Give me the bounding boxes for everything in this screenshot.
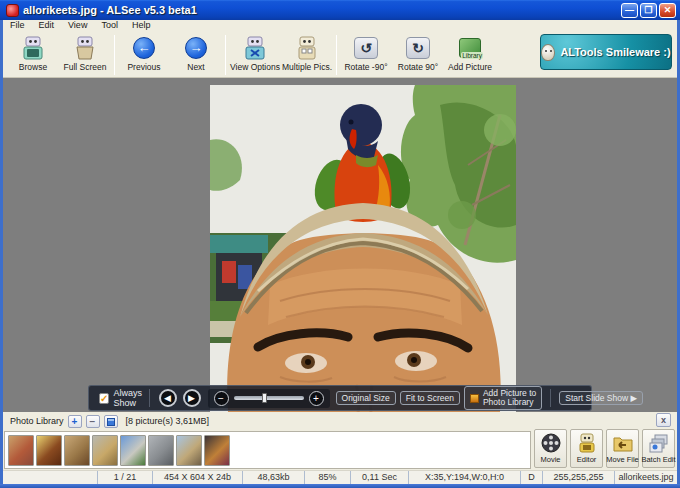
- thumbnail[interactable]: [92, 435, 118, 466]
- thumbnail[interactable]: [120, 435, 146, 466]
- close-button[interactable]: ✕: [659, 3, 676, 18]
- multiple-pics-robot-icon: [294, 35, 320, 61]
- library-box-icon: Library: [459, 38, 481, 58]
- minimize-button[interactable]: —: [621, 3, 638, 18]
- next-image-button[interactable]: ▶: [183, 389, 201, 407]
- next-button[interactable]: → Next: [170, 33, 222, 76]
- viewer-area: ✓ Always Show ◀ ▶ − + Original Size Fit …: [3, 78, 677, 412]
- movie-button[interactable]: Movie: [534, 429, 567, 468]
- zoom-out-button[interactable]: −: [214, 391, 229, 406]
- status-coordinates: X:35,Y:194,W:0,H:0: [409, 471, 521, 485]
- multiple-pics-label: Multiple Pics.: [282, 62, 332, 72]
- library-count: [8 picture(s) 3,61MB]: [126, 416, 210, 426]
- multiple-pics-button[interactable]: Multiple Pics.: [281, 33, 333, 76]
- view-options-button[interactable]: View Options: [229, 33, 281, 76]
- folder-move-icon: [612, 432, 634, 454]
- view-options-label: View Options: [230, 62, 280, 72]
- fit-to-screen-button[interactable]: Fit to Screen: [400, 391, 460, 406]
- thumbnail[interactable]: [148, 435, 174, 466]
- zoom-in-button[interactable]: +: [309, 391, 324, 406]
- menu-help[interactable]: Help: [125, 20, 158, 31]
- zoom-slider[interactable]: [234, 396, 304, 400]
- thumbnail[interactable]: [176, 435, 202, 466]
- next-label: Next: [187, 62, 204, 72]
- menu-tool[interactable]: Tool: [94, 20, 125, 31]
- start-slideshow-button[interactable]: Start Slide Show ▶: [559, 391, 643, 406]
- full-screen-robot-icon: [72, 35, 98, 61]
- original-size-button[interactable]: Original Size: [336, 391, 396, 406]
- add-picture-icon: [470, 394, 479, 403]
- toolbar-separator: [114, 35, 115, 75]
- editor-label: Editor: [577, 455, 597, 464]
- full-screen-button[interactable]: Full Screen: [59, 33, 111, 76]
- status-load-time: 0,11 Sec: [351, 471, 409, 485]
- batch-edit-button[interactable]: Batch Edit: [642, 429, 675, 468]
- title-bar: allorikeets.jpg - ALSee v5.3 beta1 — ❐ ✕: [0, 0, 680, 20]
- add-picture-to-library-button[interactable]: Add Picture to Photo Library: [464, 386, 542, 410]
- rotate-cw-button[interactable]: ↻ Rotate 90°: [392, 33, 444, 76]
- menu-file[interactable]: File: [3, 20, 32, 31]
- thumbnail-strip: [4, 431, 531, 469]
- altools-mascot-icon: [541, 44, 555, 61]
- alsee-window: allorikeets.jpg - ALSee v5.3 beta1 — ❐ ✕…: [0, 0, 680, 488]
- toolbar: Browse Full Screen ← Previous → Next Vie…: [3, 31, 677, 78]
- altools-label: ALTools Smileware :): [560, 46, 670, 58]
- divider: [149, 389, 150, 407]
- menu-edit[interactable]: Edit: [32, 20, 62, 31]
- rotate-cw-label: Rotate 90°: [398, 62, 438, 72]
- library-add-button[interactable]: +: [68, 415, 82, 428]
- app-icon: [6, 4, 19, 17]
- status-filename: allorikeets.jpg: [615, 471, 677, 485]
- status-rgb: 255,255,255: [543, 471, 615, 485]
- library-remove-button[interactable]: −: [86, 415, 100, 428]
- menu-bar: File Edit View Tool Help: [3, 20, 677, 31]
- toolbar-separator: [336, 35, 337, 75]
- add-picture-button[interactable]: Library Add Picture: [444, 33, 496, 76]
- movie-label: Movie: [540, 455, 560, 464]
- photo-library-header: Photo Library + − [8 picture(s) 3,61MB] …: [3, 412, 677, 430]
- checkbox-checked-icon[interactable]: ✓: [99, 393, 109, 404]
- status-bar: 1 / 21 454 X 604 X 24b 48,63kb 85% 0,11 …: [3, 470, 677, 484]
- editor-button[interactable]: Editor: [570, 429, 603, 468]
- photo-library-panel: Photo Library + − [8 picture(s) 3,61MB] …: [3, 412, 677, 470]
- batch-edit-label: Batch Edit: [641, 455, 675, 464]
- thumbnail[interactable]: [64, 435, 90, 466]
- zoom-panel: − +: [208, 389, 330, 408]
- rotate-cw-icon: ↻: [406, 37, 430, 59]
- thumbnail[interactable]: [8, 435, 34, 466]
- browse-label: Browse: [19, 62, 47, 72]
- editor-robot-icon: [576, 432, 598, 454]
- photo-lorikeet-on-mans-head: [210, 85, 516, 412]
- maximize-button[interactable]: ❐: [640, 3, 657, 18]
- library-actions: Movie Editor Move File Batch Edit: [534, 429, 675, 468]
- always-show-toggle[interactable]: ✓ Always Show: [99, 388, 143, 408]
- status-dimensions: 454 X 604 X 24b: [153, 471, 243, 485]
- altools-smileware-button[interactable]: ALTools Smileware :): [540, 34, 672, 70]
- movie-reel-icon: [540, 432, 562, 454]
- status-zoom: 85%: [305, 471, 351, 485]
- always-show-label: Always Show: [113, 388, 142, 408]
- library-view-button[interactable]: [104, 415, 118, 428]
- window-bottom-border: [0, 484, 680, 488]
- thumbnail[interactable]: [36, 435, 62, 466]
- previous-button[interactable]: ← Previous: [118, 33, 170, 76]
- status-mode: D: [521, 471, 543, 485]
- rotate-ccw-icon: ↺: [354, 37, 378, 59]
- browse-button[interactable]: Browse: [7, 33, 59, 76]
- menu-view[interactable]: View: [61, 20, 94, 31]
- next-arrow-icon: →: [185, 37, 207, 59]
- photo-library-title: Photo Library: [10, 416, 64, 426]
- window-title: allorikeets.jpg - ALSee v5.3 beta1: [23, 4, 197, 16]
- rotate-ccw-button[interactable]: ↺ Rotate -90°: [340, 33, 392, 76]
- thumbnail[interactable]: [204, 435, 230, 466]
- view-options-robot-icon: [242, 35, 268, 61]
- move-file-button[interactable]: Move File: [606, 429, 639, 468]
- prev-image-button[interactable]: ◀: [159, 389, 177, 407]
- library-badge: Library: [461, 52, 483, 59]
- zoom-slider-thumb[interactable]: [262, 393, 267, 403]
- rotate-ccw-label: Rotate -90°: [344, 62, 387, 72]
- batch-edit-icon: [648, 432, 670, 454]
- status-empty: [3, 471, 98, 485]
- library-close-button[interactable]: x: [656, 413, 671, 427]
- add-picture-line2: Photo Library: [483, 397, 534, 407]
